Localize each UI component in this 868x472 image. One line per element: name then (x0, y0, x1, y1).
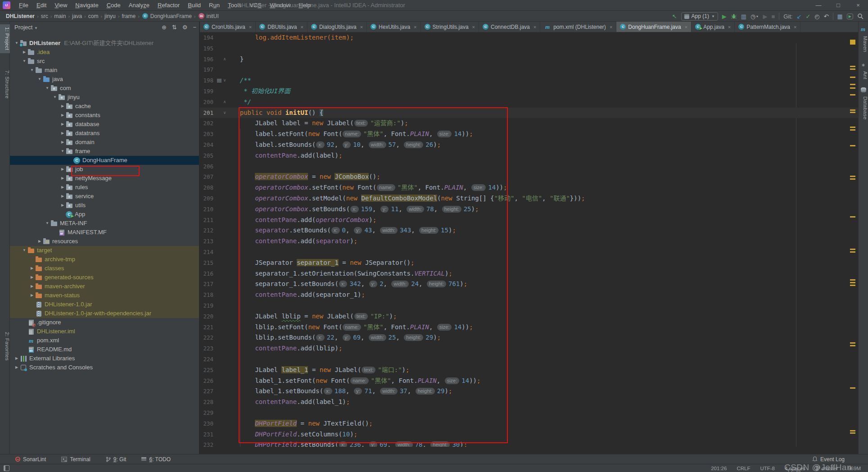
tree-item-rules[interactable]: ▶rules (10, 183, 199, 192)
event-log-button[interactable]: Event Log (812, 456, 845, 463)
menu-navigate[interactable]: Navigate (71, 2, 102, 9)
tool-button-favorites[interactable]: 2: Favorites (0, 329, 10, 363)
breadcrumb-item-initui[interactable]: minitUI (197, 13, 220, 19)
closed-arrow-icon[interactable]: ▶ (21, 48, 27, 57)
close-tab-icon[interactable]: × (685, 24, 687, 30)
tree-item-classes[interactable]: ▶classes (10, 264, 199, 273)
code-line-206[interactable]: 206 (200, 161, 858, 172)
closed-arrow-icon[interactable]: ▶ (59, 111, 66, 120)
warning-stripe-mark[interactable] (850, 129, 855, 131)
close-tab-icon[interactable]: × (472, 24, 475, 30)
file-encoding[interactable]: UTF-8 (760, 466, 775, 471)
warning-stripe-mark[interactable] (850, 94, 855, 95)
close-tab-icon[interactable]: × (533, 24, 536, 30)
tree-item-service[interactable]: ▶service (10, 192, 199, 201)
tab-cronutils-java[interactable]: CCronUtils.java× (200, 22, 256, 32)
code-line-216[interactable]: 216 separator_1.setOrientation(SwingCons… (200, 268, 858, 279)
tree-item-dhlistener[interactable]: ▼DHListenerE:\AM-GIT\新建文件夹\DHListener (10, 39, 199, 48)
minimize-button[interactable]: — (809, 0, 828, 11)
tree-item-cache[interactable]: ▶cache (10, 102, 199, 111)
code-line-210[interactable]: 210 operatorCombox.setBounds(x:159, y:11… (200, 204, 858, 215)
warning-stripe-mark[interactable] (850, 40, 855, 45)
breadcrumb-item-main[interactable]: main (53, 13, 67, 19)
code-line-204[interactable]: 204 label.setBounds(x:92, y:10, width:57… (200, 140, 858, 150)
tree-item-maven-archiver[interactable]: ▶maven-archiver (10, 282, 199, 291)
closed-arrow-icon[interactable]: ▶ (59, 129, 66, 138)
close-tab-icon[interactable]: × (360, 24, 363, 30)
closed-arrow-icon[interactable]: ▶ (59, 201, 66, 210)
menu-view[interactable]: View (50, 2, 71, 9)
open-arrow-icon[interactable]: ▼ (14, 39, 20, 48)
code-line-231[interactable]: 231 DHPortField.setColumns(10); (200, 429, 858, 440)
warning-stripe-mark[interactable] (850, 176, 855, 177)
breadcrumb-item-frame[interactable]: frame (120, 13, 137, 19)
code-line-212[interactable]: 212 separator.setBounds(x:0, y:43, width… (200, 225, 858, 236)
code-line-205[interactable]: 205 contentPane.add(label); (200, 150, 858, 161)
code-line-197[interactable]: 197 (200, 64, 858, 75)
closed-arrow-icon[interactable]: ▶ (59, 120, 66, 129)
code-line-209[interactable]: 209 operatorCombox.setModel(new DefaultC… (200, 193, 858, 204)
tree-item-readme-md[interactable]: MDREADME.md (10, 345, 199, 354)
warning-stripe-mark[interactable] (850, 84, 855, 85)
menu-refactor[interactable]: Refactor (154, 2, 184, 9)
run-disabled-button[interactable]: ▶ (763, 13, 767, 20)
code-editor[interactable]: 194 log.addItemListener(item);195196∧ }1… (200, 32, 858, 447)
breadcrumb-item-src[interactable]: src (40, 13, 50, 19)
code-line-220[interactable]: 220 JLabel lblip = new JLabel(text:"IP:"… (200, 311, 858, 322)
open-arrow-icon[interactable]: ▼ (21, 57, 27, 66)
tab-patternmatch-java[interactable]: CPatternMatch.java× (735, 22, 800, 32)
tab-connectdb-java[interactable]: CConnectDB.java× (479, 22, 540, 32)
code-line-227[interactable]: 227 label_1.setBounds(x:188, y:71, width… (200, 386, 858, 397)
tree-item-app[interactable]: C▶App (10, 210, 199, 219)
coverage-button[interactable]: ▥ (741, 13, 746, 20)
code-line-199[interactable]: 199 * 初始化UI界面 (200, 86, 858, 97)
tab-stringutils-java[interactable]: CStringUtils.java× (421, 22, 479, 32)
run-anything-button[interactable]: ▶ (847, 14, 853, 19)
code-line-225[interactable]: 225 JLabel label_1 = new JLabel(text:"端口… (200, 365, 858, 376)
tool-button-9-git[interactable]: 9: Git (106, 456, 127, 463)
code-line-218[interactable]: 218 contentPane.add(separator_1); (200, 290, 858, 300)
closed-arrow-icon[interactable]: ▶ (29, 273, 35, 282)
closed-arrow-icon[interactable]: ▶ (14, 354, 20, 363)
warning-stripe-mark[interactable] (850, 178, 855, 180)
open-arrow-icon[interactable]: ▼ (44, 84, 50, 93)
close-tab-icon[interactable]: × (414, 24, 416, 30)
navigate-back-button[interactable]: ↖ (672, 13, 677, 20)
tab-dialogutils-java[interactable]: CDialogUtils.java× (307, 22, 367, 32)
tree-item-domain[interactable]: ▶domain (10, 138, 199, 147)
tree-item-dhlistener-1-0-jar-with-dependencies-jar[interactable]: DHListener-1.0-jar-with-dependencies.jar (10, 309, 199, 318)
code-line-217[interactable]: 217 separator_1.setBounds(x:342, y:2, wi… (200, 279, 858, 290)
breadcrumb-item-com[interactable]: com (87, 13, 100, 19)
settings-gear-icon[interactable]: ⚙ (182, 24, 188, 31)
profiler-button[interactable]: ◷▼ (750, 13, 759, 20)
close-tab-icon[interactable]: × (249, 24, 252, 30)
breadcrumb-item-donghuanframe[interactable]: CDongHuanFrame (140, 13, 193, 19)
tree-item-constants[interactable]: ▶constants (10, 111, 199, 120)
code-line-228[interactable]: 228 contentPane.add(label_1); (200, 397, 858, 408)
close-tab-icon[interactable]: × (301, 24, 303, 30)
locate-file-icon[interactable]: ⊕ (162, 24, 167, 31)
closed-arrow-icon[interactable]: ▶ (59, 192, 66, 201)
code-line-196[interactable]: 196∧ } (200, 54, 858, 65)
tree-item-dhlistener-1-0-jar[interactable]: DHListener-1.0.jar (10, 300, 199, 309)
tree-item-archive-tmp[interactable]: archive-tmp (10, 255, 199, 264)
code-line-201[interactable]: 201∨ public void initUI() { (200, 108, 858, 118)
code-line-200[interactable]: 200∧ */ (200, 97, 858, 108)
warning-stripe-mark[interactable] (850, 285, 855, 286)
close-tab-icon[interactable]: × (610, 24, 612, 30)
code-line-229[interactable]: 229 (200, 408, 858, 418)
code-line-224[interactable]: 224 (200, 354, 858, 365)
tree-item-target[interactable]: ▼target (10, 246, 199, 255)
project-view-selector[interactable]: Project ▼ (14, 24, 38, 31)
warning-stripe-mark[interactable] (850, 282, 855, 283)
open-arrow-icon[interactable]: ▼ (36, 75, 43, 84)
tree-item-job[interactable]: ▶job (10, 165, 199, 174)
closed-arrow-icon[interactable]: ▶ (36, 237, 43, 246)
closed-arrow-icon[interactable]: ▶ (14, 363, 20, 372)
warning-stripe-mark[interactable] (850, 342, 855, 344)
menu-build[interactable]: Build (184, 2, 205, 9)
code-line-208[interactable]: 208 operatorCombox.setFont(new Font(name… (200, 182, 858, 193)
warning-stripe-mark[interactable] (850, 345, 855, 346)
git-rollback-button[interactable]: ↶ (824, 13, 829, 20)
code-line-230[interactable]: 230 DHPortField = new JTextField(); (200, 418, 858, 429)
